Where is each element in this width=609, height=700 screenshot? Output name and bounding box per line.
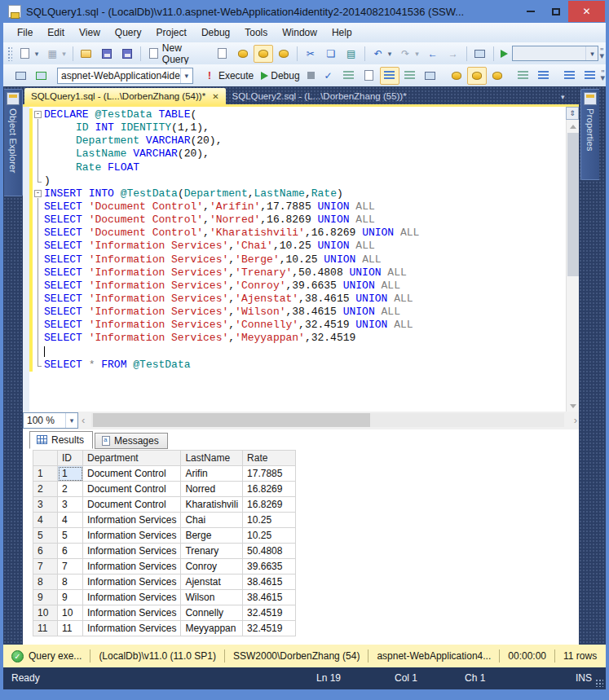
change-connection-button[interactable] [31, 67, 51, 85]
grid-cell[interactable]: 5 [58, 528, 83, 544]
paste-button[interactable]: ▤ [342, 45, 361, 63]
results-to-grid-button[interactable] [467, 67, 487, 85]
grid-cell[interactable]: 10 [58, 605, 83, 621]
menu-view[interactable]: View [72, 24, 108, 41]
grid-cell[interactable]: Document Control [83, 497, 181, 513]
start-debugging-button[interactable] [497, 47, 511, 60]
stop-button[interactable] [304, 69, 318, 81]
menu-help[interactable]: Help [324, 24, 360, 41]
sql-editor[interactable]: -DECLARE @TestData TABLE( ID INT IDENTIT… [23, 107, 579, 412]
open-file-button[interactable] [77, 45, 96, 63]
code-line[interactable]: -DECLARE @TestData TABLE( [33, 108, 566, 121]
menu-tools[interactable]: Tools [237, 24, 275, 41]
grid-cell[interactable]: Wilson [181, 590, 243, 605]
grid-row-number[interactable]: 11 [33, 621, 58, 636]
grid-row-number[interactable]: 2 [33, 482, 58, 497]
grid-cell[interactable]: 11 [58, 621, 83, 636]
grid-cell[interactable]: 8 [58, 575, 83, 590]
selection-margin[interactable] [23, 107, 29, 412]
grid-cell[interactable]: Information Services [83, 590, 181, 605]
grid-cell[interactable]: 39.6635 [243, 559, 296, 575]
tab-list-dropdown[interactable]: ▾ [561, 93, 565, 101]
display-estimated-plan-button[interactable] [339, 67, 359, 85]
navigate-forward-button[interactable]: → [444, 45, 463, 63]
outline-margin[interactable]: - [33, 187, 44, 200]
tab-sqlquery1[interactable]: SQLQuery1.sql - (L...\DorbenZhang (54))*… [24, 88, 226, 104]
grid-cell[interactable]: Chai [181, 513, 243, 528]
code-line[interactable]: Department VARCHAR(20), [33, 134, 566, 147]
new-item-button-disabled[interactable]: ▦▾ [42, 45, 69, 63]
horizontal-scrollbar[interactable] [91, 413, 564, 427]
grid-cell[interactable]: 38.4615 [243, 575, 296, 590]
grid-cell[interactable]: 2 [58, 482, 83, 497]
grid-cell[interactable]: Information Services [83, 575, 181, 590]
scroll-up-icon[interactable] [570, 125, 576, 129]
toolbar-overflow-button[interactable]: "▾ [599, 50, 604, 58]
vertical-scrollbar[interactable] [566, 107, 579, 412]
navigate-backward-button[interactable]: ← [423, 45, 443, 63]
menu-edit[interactable]: Edit [40, 24, 72, 41]
query-options-button[interactable] [360, 67, 379, 85]
toolbar-combo[interactable]: ▾ [512, 46, 599, 61]
database-combo[interactable]: aspnet-WebApplication4ide▾ [57, 68, 193, 84]
execute-button[interactable]: !Execute [200, 67, 257, 85]
grid-cell[interactable]: Berge [181, 528, 243, 544]
grid-row-number[interactable]: 9 [33, 590, 58, 605]
collapse-minus-icon[interactable]: - [34, 190, 42, 197]
object-explorer-tab[interactable]: Object Explorer [4, 89, 23, 196]
grid-row-number[interactable]: 8 [33, 575, 58, 590]
redo-button[interactable]: ↷▾ [395, 45, 422, 63]
grid-cell[interactable]: 4 [58, 513, 83, 528]
code-line[interactable]: SELECT 'Information Services','Meyyappan… [33, 332, 566, 345]
increase-indent-button[interactable] [580, 67, 600, 85]
database-engine-query-button[interactable] [213, 45, 232, 63]
code-line[interactable]: SELECT 'Information Services','Wilson',3… [33, 306, 566, 319]
grid-cell[interactable]: Information Services [83, 559, 181, 575]
minimize-button[interactable] [518, 1, 543, 22]
debug-button[interactable]: Debug [258, 68, 302, 84]
grid-column-header[interactable]: ID [58, 451, 83, 466]
vertical-scrollbar-thumb[interactable] [567, 133, 579, 276]
hscroll-left-icon[interactable]: ‹ [82, 414, 85, 426]
grid-cell[interactable]: 16.8269 [243, 497, 296, 513]
save-all-button[interactable] [117, 45, 137, 63]
new-query-window-button[interactable]: ▾ [15, 45, 42, 63]
grid-cell[interactable]: Arifin [181, 466, 243, 482]
mdx-query-button[interactable] [233, 45, 253, 63]
grid-cell[interactable]: 3 [58, 497, 83, 513]
grid-cell[interactable]: Norred [181, 482, 243, 497]
grid-cell[interactable]: 9 [58, 590, 83, 605]
code-line[interactable]: SELECT 'Information Services','Trenary',… [33, 266, 566, 280]
grid-cell[interactable]: 50.4808 [243, 544, 296, 559]
menu-file[interactable]: File [10, 24, 40, 41]
grid-cell[interactable]: Document Control [83, 466, 181, 482]
copy-button[interactable]: ❏ [321, 45, 341, 63]
code-line[interactable]: SELECT 'Information Services','Conroy',3… [33, 280, 566, 293]
tab-results[interactable]: Results [29, 431, 93, 449]
properties-tab[interactable]: Properties [580, 89, 599, 180]
code-line[interactable]: -INSERT INTO @TestData(Department,LastNa… [33, 187, 566, 200]
grid-row-number[interactable]: 5 [33, 528, 58, 544]
maximize-button[interactable] [543, 1, 568, 22]
undo-button[interactable]: ↶▾ [368, 45, 395, 63]
code-line[interactable]: SELECT 'Information Services','Ajenstat'… [33, 293, 566, 306]
code-line[interactable]: SELECT 'Document Control','Arifin',17.78… [33, 200, 566, 214]
grid-cell[interactable]: Kharatishvili [181, 497, 243, 513]
resize-grip[interactable] [595, 679, 603, 687]
grid-cell[interactable]: 1 [58, 466, 83, 482]
grid-cell[interactable]: 6 [58, 544, 83, 559]
editor-lines[interactable]: -DECLARE @TestData TABLE( ID INT IDENTIT… [33, 108, 566, 372]
grid-cell[interactable]: 10.25 [243, 528, 296, 544]
decrease-indent-button[interactable] [560, 67, 580, 85]
close-button[interactable]: ✕ [568, 1, 605, 22]
grid-cell[interactable]: Information Services [83, 621, 181, 636]
code-line[interactable]: SELECT 'Information Services','Connelly'… [33, 319, 566, 332]
tab-sqlquery2[interactable]: SQLQuery2.sql - (L...\DorbenZhang (55))* [226, 88, 413, 104]
menu-project[interactable]: Project [149, 24, 194, 41]
xmla-query-button[interactable] [274, 45, 293, 63]
zoom-combo[interactable]: 100 %▾ [23, 412, 78, 429]
grid-cell[interactable]: Information Services [83, 544, 181, 559]
code-line[interactable]: SELECT 'Information Services','Chai',10.… [33, 240, 566, 253]
grid-column-header[interactable]: Rate [243, 451, 296, 466]
toolbar-grip[interactable] [7, 46, 12, 61]
